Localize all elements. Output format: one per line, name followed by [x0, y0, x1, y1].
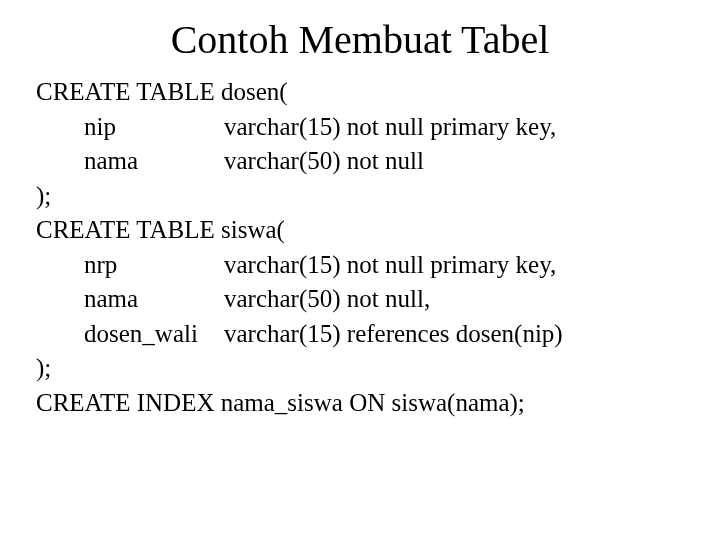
code-line: CREATE TABLE dosen(	[36, 75, 684, 110]
column-name: dosen_wali	[84, 317, 224, 352]
column-name: nama	[84, 144, 224, 179]
slide: Contoh Membuat Tabel CREATE TABLE dosen(…	[0, 0, 720, 540]
column-name: nrp	[84, 248, 224, 283]
column-name: nama	[84, 282, 224, 317]
code-line: CREATE INDEX nama_siswa ON siswa(nama);	[36, 386, 684, 421]
slide-body: CREATE TABLE dosen( nip varchar(15) not …	[0, 67, 720, 420]
slide-title: Contoh Membuat Tabel	[0, 0, 720, 67]
code-line: nama varchar(50) not null,	[36, 282, 684, 317]
code-line: nip varchar(15) not null primary key,	[36, 110, 684, 145]
column-def: varchar(15) references dosen(nip)	[224, 317, 563, 352]
column-name: nip	[84, 110, 224, 145]
code-line: );	[36, 179, 684, 214]
column-def: varchar(15) not null primary key,	[224, 110, 556, 145]
column-def: varchar(50) not null,	[224, 282, 430, 317]
code-line: CREATE TABLE siswa(	[36, 213, 684, 248]
code-line: dosen_wali varchar(15) references dosen(…	[36, 317, 684, 352]
code-line: nrp varchar(15) not null primary key,	[36, 248, 684, 283]
code-line: );	[36, 351, 684, 386]
column-def: varchar(50) not null	[224, 144, 424, 179]
column-def: varchar(15) not null primary key,	[224, 248, 556, 283]
code-line: nama varchar(50) not null	[36, 144, 684, 179]
